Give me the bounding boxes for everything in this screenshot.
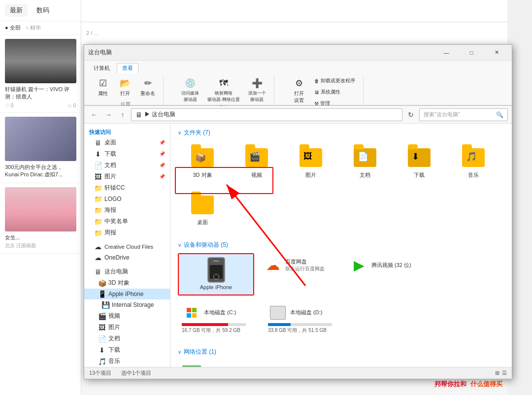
documents2-icon: 📄 xyxy=(98,335,106,343)
sidebar-item-videos[interactable]: 🎬 视频 xyxy=(84,310,170,322)
folder-desktop[interactable]: 桌面 xyxy=(178,188,227,230)
ribbon-tab-view[interactable]: 查看 xyxy=(117,63,138,73)
sidebar-item-winner-label: 中奖名单 xyxy=(104,217,128,226)
drive-d-icon xyxy=(268,304,288,321)
sidebar-item-pictures2[interactable]: 🖼 图片 xyxy=(84,322,170,333)
media-icon: 💿 xyxy=(184,77,196,89)
sidebar-item-pictures[interactable]: 🖼 图片 📌 xyxy=(84,171,170,182)
filter-featured[interactable]: ○ 精华 xyxy=(26,24,41,32)
view-icon-list[interactable]: ☰ xyxy=(502,370,507,376)
device-drive-c[interactable]: 本地磁盘 (C:) 16.7 GB 可用，共 59.2 GB xyxy=(178,300,259,338)
folder-pictures[interactable]: 🖼 图片 xyxy=(286,141,335,183)
sidebar-item-documents[interactable]: 📄 文档 📌 xyxy=(84,160,170,171)
folder-videos-icon: 🎬 xyxy=(243,146,270,169)
page-indicator: 2 / ... xyxy=(86,30,98,36)
drive-d-info: 本地磁盘 (D:) xyxy=(290,309,322,316)
map-drive-icon: 🗺 xyxy=(218,77,230,89)
folder-music[interactable]: 🎵 音乐 xyxy=(449,141,498,183)
address-text: ▶ 这台电脑 xyxy=(144,110,175,119)
folder-icon-logo: 📁 xyxy=(94,195,102,203)
sidebar-item-apple-iphone[interactable]: 📱 Apple iPhone xyxy=(84,289,170,299)
article-likes-1: ♡ 0 xyxy=(5,103,13,108)
baidu-header: ☁ 百度网盘 双击运行百度网盘 xyxy=(263,257,336,274)
sidebar-item-desktop[interactable]: 🖥 桌面 📌 xyxy=(84,137,170,148)
refresh-button[interactable]: ↻ xyxy=(405,109,417,121)
main-area: 快速访问 🖥 桌面 📌 ⬇ 下载 📌 📄 文档 📌 🖼 xyxy=(84,124,512,367)
device-baidu-disk[interactable]: ☁ 百度网盘 双击运行百度网盘 xyxy=(259,253,340,296)
ribbon-btn-open[interactable]: 📂 打开 xyxy=(115,76,135,99)
sidebar-item-onedrive[interactable]: ☁ OneDrive xyxy=(84,252,170,263)
folder-pictures-label: 图片 xyxy=(305,171,316,178)
tencent-header: ▶ 腾讯视频 (32 位) xyxy=(349,257,423,274)
sidebar-item-3dobjects[interactable]: 📦 3D 对象 xyxy=(84,277,170,289)
downloads2-icon: ⬇ xyxy=(98,346,106,354)
folder-videos-label: 视频 xyxy=(251,171,262,178)
minimize-button[interactable]: — xyxy=(435,45,458,61)
ribbon-btn-open-label: 打开 xyxy=(120,90,130,97)
drive-c-info: 本地磁盘 (C:) xyxy=(204,309,236,316)
sidebar-item-onedrive-label: OneDrive xyxy=(104,254,130,261)
up-button[interactable]: ↑ xyxy=(117,109,129,121)
ribbon-btn-properties[interactable]: ☑ 属性 xyxy=(93,76,113,99)
ribbon-btn-sys-props[interactable]: 🖥 系统属性 xyxy=(311,87,358,97)
ribbon-btn-sys-props-label: 系统属性 xyxy=(321,89,340,96)
sidebar-item-weekly[interactable]: 📁 周报 xyxy=(84,227,170,238)
sidebar-item-internal-storage[interactable]: 💾 Internal Storage xyxy=(84,299,170,310)
close-button[interactable]: ✕ xyxy=(485,45,508,61)
ribbon-btn-add-drive[interactable]: ➕ 添加一个驱动器 xyxy=(245,76,269,104)
tab-digital[interactable]: 数码 xyxy=(32,4,54,17)
folder-3d-objects[interactable]: 📦 3D 对象 xyxy=(178,141,227,183)
address-input[interactable]: 🖥 ▶ 这台电脑 xyxy=(131,108,402,121)
logo-brand: 什么值得买 xyxy=(470,380,502,389)
back-button[interactable]: ← xyxy=(88,109,100,121)
drive-d-fill xyxy=(268,323,291,326)
open-icon: 📂 xyxy=(119,77,131,89)
view-icon-tiles[interactable]: ⊞ xyxy=(495,370,499,376)
pin-icon-desktop: 📌 xyxy=(159,140,165,145)
article-item-2[interactable]: 300元内的全平台之选，Kunai Pro Dirac 虚拟7... xyxy=(0,113,81,183)
sidebar-item-winner[interactable]: 📁 中奖名单 xyxy=(84,216,170,227)
windows-logo-c xyxy=(187,308,197,318)
article-item-1[interactable]: 轩辕摄机 篇十一：VIVO 评测：猎鹿人 ♡ 0 ☆ 0 xyxy=(0,35,81,113)
search-box[interactable]: 搜索"这台电脑" 🔍 xyxy=(419,108,508,121)
sidebar-item-this-pc[interactable]: 🖥 这台电脑 xyxy=(84,266,170,277)
folder-icon-poster: 📁 xyxy=(94,206,102,214)
sidebar-item-downloads2[interactable]: ⬇ 下载 xyxy=(84,344,170,356)
folder-videos[interactable]: 🎬 视频 xyxy=(232,141,281,183)
device-drive-d[interactable]: 本地磁盘 (D:) 33.8 GB 可用，共 51.5 GB xyxy=(264,300,345,338)
ribbon-btn-settings[interactable]: ⚙ 打开设置 xyxy=(289,76,309,105)
ribbon-tab-computer[interactable]: 计算机 xyxy=(88,63,115,73)
folder-documents[interactable]: 📄 文档 xyxy=(340,141,390,183)
network-drive-z[interactable]: (Z:) 408 GB 可用，共 931 GB xyxy=(178,360,259,367)
folder-music-label: 音乐 xyxy=(468,171,479,178)
article-title-2: 300元内的全平台之选，Kunai Pro Dirac 虚拟7... xyxy=(5,164,76,179)
sidebar-item-creative-cloud[interactable]: ☁ Creative Cloud Files xyxy=(84,241,170,252)
ribbon-btn-access-media[interactable]: 💿 访问媒体驱动器 xyxy=(178,76,202,104)
drive-c-space: 16.7 GB 可用，共 59.2 GB xyxy=(182,327,255,334)
ribbon-btn-rename[interactable]: ✏ 重命名 xyxy=(137,76,158,99)
forward-button[interactable]: → xyxy=(102,109,114,121)
sidebar-item-documents2[interactable]: 📄 文档 xyxy=(84,333,170,344)
ribbon-btn-uninstall[interactable]: 🗑 卸载或更改程序 xyxy=(311,76,358,86)
sidebar-item-music[interactable]: 🎵 音乐 xyxy=(84,356,170,367)
sidebar-item-weekly-label: 周报 xyxy=(104,229,116,237)
device-apple-iphone[interactable]: Apple iPhone xyxy=(178,253,254,296)
article-thumb-1 xyxy=(5,39,76,83)
tab-latest[interactable]: 最新 xyxy=(5,4,28,17)
network-grid: (Z:) 408 GB 可用，共 931 GB xyxy=(178,360,504,367)
sidebar-item-logo[interactable]: 📁 LOGO xyxy=(84,194,170,204)
ribbon-btn-map-drive[interactable]: 🗺 映射网络驱动器·网络位置 xyxy=(204,76,243,104)
device-tencent-video[interactable]: ▶ 腾讯视频 (32 位) xyxy=(345,253,427,296)
sidebar-item-downloads-label: 下载 xyxy=(104,150,116,158)
folder-pictures-icon: 🖼 xyxy=(297,146,325,169)
drive-c-fill xyxy=(182,323,228,326)
sidebar-item-downloads[interactable]: ⬇ 下载 📌 xyxy=(84,148,170,160)
this-pc-icon: 🖥 xyxy=(94,268,102,276)
article-item-3[interactable]: 女生... 北京 汪国画面 xyxy=(0,183,81,254)
filter-all[interactable]: ● 全部 xyxy=(5,24,21,32)
sidebar-item-xuanyuan[interactable]: 📁 轩辕CC xyxy=(84,182,170,194)
sidebar-item-poster[interactable]: 📁 海报 xyxy=(84,204,170,216)
maximize-button[interactable]: □ xyxy=(460,45,483,61)
folder-downloads[interactable]: ⬇ 下载 xyxy=(395,141,444,183)
rename-icon: ✏ xyxy=(142,77,154,89)
